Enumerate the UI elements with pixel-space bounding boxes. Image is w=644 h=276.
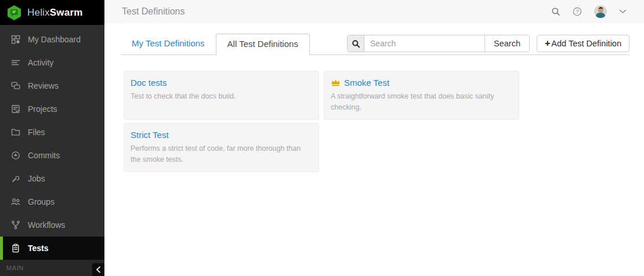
sidebar-item-reviews[interactable]: Reviews [0, 74, 104, 97]
commits-icon [11, 151, 20, 160]
chevron-down-icon[interactable] [619, 9, 627, 14]
top-header: Test Definitions ? [104, 0, 644, 23]
projects-icon [11, 104, 20, 114]
brand-logo[interactable]: HelixSwarm [0, 0, 104, 25]
card-title-row: Strict Test [131, 130, 312, 140]
sidebar-item-files[interactable]: Files [0, 121, 104, 144]
test-definition-link[interactable]: Smoke Test [344, 78, 389, 88]
sidebar-footer: MAIN [0, 260, 104, 276]
sidebar-nav: My Dashboard Activity Reviews [0, 25, 104, 260]
chevron-left-icon [96, 266, 101, 273]
sidebar-item-label: Reviews [28, 81, 59, 90]
test-definition-card: Strict Test Performs a strict test of co… [124, 123, 319, 172]
sidebar-item-activity[interactable]: Activity [0, 51, 104, 74]
test-definition-card: Doc tests Test to check that the docs bu… [124, 71, 319, 120]
tab-my-test-definitions[interactable]: My Test Definitions [121, 34, 216, 54]
sidebar-item-workflows[interactable]: Workflows [0, 213, 104, 237]
sidebar-item-label: Activity [28, 58, 53, 67]
helix-swarm-logo-icon [6, 5, 22, 21]
test-definition-description: Performs a strict test of code, far more… [131, 143, 312, 165]
header-actions: ? [551, 5, 627, 18]
main-area: Test Definitions ? [104, 0, 644, 276]
svg-text:?: ? [576, 8, 578, 14]
test-definition-link[interactable]: Strict Test [131, 130, 169, 140]
magnifier-icon [348, 35, 364, 52]
help-icon[interactable]: ? [573, 7, 582, 16]
reviews-icon [11, 81, 20, 90]
sidebar-item-label: Tests [28, 244, 49, 253]
sidebar-collapse-button[interactable] [92, 263, 104, 276]
sidebar: HelixSwarm My Dashboard Activity [0, 0, 104, 276]
sidebar-item-my-dashboard[interactable]: My Dashboard [0, 28, 104, 51]
add-test-definition-label: Add Test Definition [551, 39, 621, 48]
sidebar-item-groups[interactable]: Groups [0, 190, 104, 213]
sidebar-item-label: Commits [28, 151, 60, 160]
crown-icon [331, 79, 341, 86]
card-title-row: Doc tests [131, 78, 312, 88]
dashboard-icon [11, 35, 20, 44]
workflows-icon [11, 220, 20, 230]
user-avatar[interactable] [594, 5, 607, 18]
toolbar-actions: Search + Add Test Definition [347, 35, 629, 54]
sidebar-item-label: Groups [28, 197, 55, 206]
tests-icon [11, 244, 20, 253]
search-button[interactable]: Search [484, 35, 529, 52]
sidebar-item-label: Projects [28, 104, 57, 114]
brand-name-bold: Swarm [50, 7, 83, 18]
test-definition-description: A straightforward smoke test that does b… [331, 91, 512, 113]
test-definition-link[interactable]: Doc tests [131, 78, 167, 88]
activity-icon [11, 58, 20, 67]
files-icon [11, 128, 20, 137]
card-title-row: Smoke Test [331, 78, 512, 88]
avatar-head [598, 7, 603, 13]
add-test-definition-button[interactable]: + Add Test Definition [537, 35, 629, 52]
sidebar-item-commits[interactable]: Commits [0, 144, 104, 167]
sidebar-item-label: Jobs [28, 174, 45, 183]
sidebar-item-label: Workflows [28, 220, 65, 230]
groups-icon [11, 197, 20, 206]
sidebar-item-label: My Dashboard [28, 35, 81, 44]
search-input[interactable] [364, 35, 484, 52]
tab-all-test-definitions[interactable]: All Test Definitions [216, 34, 310, 55]
sidebar-item-tests[interactable]: Tests [0, 237, 104, 260]
brand-name-light: Helix [27, 7, 50, 18]
jobs-icon [11, 174, 20, 183]
sidebar-item-label: Files [28, 128, 45, 137]
brand-name: HelixSwarm [27, 7, 83, 19]
helix-swarm-app: HelixSwarm My Dashboard Activity [0, 0, 644, 276]
sidebar-item-projects[interactable]: Projects [0, 97, 104, 121]
page-title: Test Definitions [122, 6, 185, 17]
tabs-toolbar: My Test Definitions All Test Definitions… [121, 34, 629, 55]
test-definition-card: Smoke Test A straightforward smoke test … [324, 71, 519, 120]
search-icon[interactable] [551, 7, 560, 16]
avatar-body [596, 13, 605, 18]
test-definition-list: Doc tests Test to check that the docs bu… [124, 71, 524, 172]
sidebar-item-jobs[interactable]: Jobs [0, 167, 104, 190]
plus-icon: + [545, 38, 550, 49]
sidebar-section-label: MAIN [0, 264, 24, 271]
search-group: Search [347, 35, 530, 52]
test-definition-description: Test to check that the docs build. [131, 91, 312, 102]
